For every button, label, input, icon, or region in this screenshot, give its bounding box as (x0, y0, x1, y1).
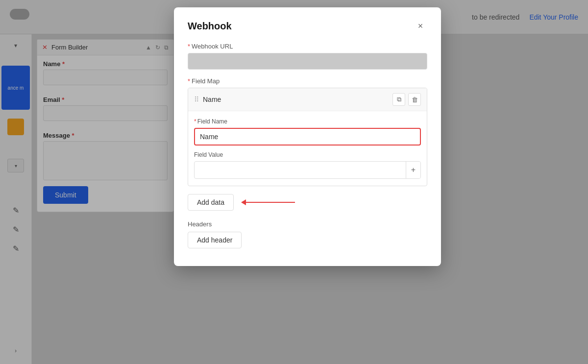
field-name-required: * (194, 118, 196, 125)
modal-close-button[interactable]: × (414, 19, 427, 33)
field-value-input[interactable] (195, 166, 406, 174)
add-data-button[interactable]: Add data (188, 194, 234, 211)
arrow-line (246, 202, 295, 203)
headers-section: Headers Add header (188, 220, 427, 248)
field-value-row: + (194, 161, 421, 179)
webhook-url-section: *Webhook URL (188, 43, 427, 70)
webhook-modal: Webhook × *Webhook URL *Field Map ⠿ Name… (174, 7, 441, 266)
field-map-required-dot: * (188, 77, 190, 85)
webhook-url-input[interactable] (188, 53, 427, 70)
field-map-actions: ⧉ 🗑 (392, 93, 421, 106)
copy-entry-button[interactable]: ⧉ (392, 93, 405, 106)
field-map-body: *Field Name Field Value + (188, 111, 427, 186)
modal-title: Webhook (188, 21, 232, 32)
add-data-area: Add data (188, 194, 427, 211)
field-map-section: *Field Map ⠿ Name ⧉ 🗑 *Field Name Field … (188, 77, 427, 186)
webhook-url-required-dot: * (188, 43, 190, 50)
arrow-indicator (242, 199, 295, 205)
field-value-plus-button[interactable]: + (406, 162, 420, 178)
field-name-input[interactable] (194, 128, 421, 146)
modal-header: Webhook × (188, 19, 427, 33)
webhook-url-label: *Webhook URL (188, 43, 427, 50)
field-map-label: *Field Map (188, 77, 427, 85)
field-name-label: *Field Name (194, 118, 421, 125)
field-map-header-row: ⠿ Name ⧉ 🗑 (188, 88, 427, 111)
arrow-head (241, 199, 246, 205)
field-value-label: Field Value (194, 151, 421, 158)
drag-handle-icon: ⠿ (194, 96, 199, 103)
headers-label: Headers (188, 220, 427, 228)
delete-entry-button[interactable]: 🗑 (408, 93, 421, 106)
add-header-button[interactable]: Add header (188, 232, 242, 248)
field-map-entry-name: Name (203, 96, 392, 103)
field-map-row: ⠿ Name ⧉ 🗑 *Field Name Field Value + (188, 88, 427, 186)
